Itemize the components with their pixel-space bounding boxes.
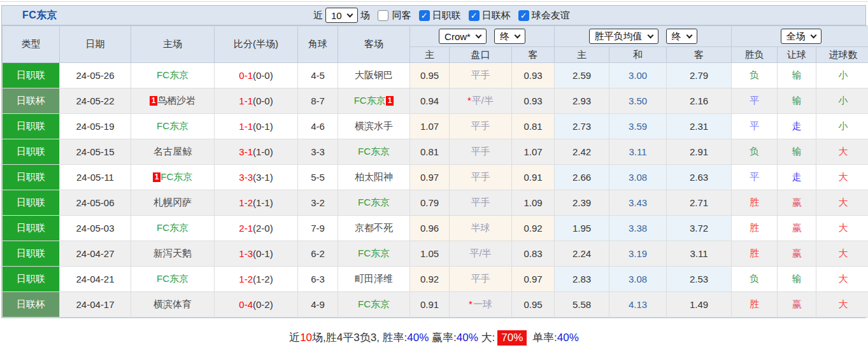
goals-cell: 大	[816, 267, 868, 292]
col-header-away: 客场	[338, 26, 410, 63]
sub-header-avg-home: 主	[555, 47, 609, 63]
fulltime-score: 1-2	[239, 197, 253, 208]
handicap-cell: *一球	[450, 292, 512, 318]
chevron-down-icon	[514, 32, 520, 38]
sub-header-goals: 进球数	[816, 47, 868, 63]
summary-footer: 近10场,胜4平3负3, 胜率:40% 赢率:40% 大:70% 单率:40%	[0, 325, 868, 350]
col-header-date: 日期	[60, 26, 131, 63]
avg-odds-select[interactable]: 胜平负均值	[589, 29, 658, 44]
score-cell: 1-1(0-1)	[215, 114, 298, 139]
avg-draw-odds-cell: 3.11	[609, 139, 667, 165]
result-cell: 平	[732, 88, 778, 114]
fulltime-score: 3-1	[239, 146, 253, 157]
date-cell: 24-04-27	[60, 241, 131, 267]
asterisk-marker: *	[469, 298, 473, 309]
halftime-score: (1-1)	[253, 197, 273, 208]
team-name: FC东京	[160, 171, 192, 182]
crow-away-odds-cell: 1.09	[512, 190, 555, 216]
handicap-text: 平/半	[472, 95, 494, 106]
recent-count-select[interactable]: 10	[325, 8, 358, 23]
corner-cell: 8-7	[298, 88, 338, 114]
away-team-cell: 大阪钢巴	[338, 63, 410, 88]
team-name: FC东京	[358, 146, 390, 157]
team-name: 新泻天鹅	[153, 248, 192, 258]
avg-away-odds-cell: 2.31	[667, 114, 732, 139]
handicap-text: 平手	[471, 69, 490, 80]
type-cell: 日联杯	[3, 292, 60, 318]
table-row: 日联杯24-05-221鸟栖沙岩1-1(0-0)8-7FC东京10.94*平/半…	[3, 88, 868, 114]
avg-away-odds-cell: 1.49	[667, 292, 732, 318]
type-cell: 日职联	[3, 267, 60, 292]
avg-away-odds-cell: 2.53	[667, 267, 732, 292]
handicap-text: 平手	[471, 273, 490, 284]
handicap-text: 平手	[471, 146, 490, 157]
crow-home-odds-cell: 0.95	[410, 63, 450, 88]
home-team-cell: 名古屋鲸	[131, 139, 215, 165]
crow-home-odds-cell: 0.79	[410, 190, 450, 216]
odds-company-select[interactable]: Crow*	[439, 29, 487, 44]
summary-segment: 单率:	[529, 330, 557, 345]
date-cell: 24-05-15	[60, 139, 131, 165]
handicap-text: 平/半	[469, 248, 491, 258]
handicap-cell: *平/半	[450, 88, 512, 114]
avg-odds-group-header: 胜平负均值 终	[555, 26, 732, 47]
goals-cell: 小	[816, 63, 868, 88]
checkbox-checked[interactable]: ✓	[419, 10, 430, 21]
halftime-score: (0-1)	[253, 121, 273, 132]
avg-home-odds-cell: 5.58	[555, 292, 609, 318]
handicap-result-cell: 输	[778, 267, 816, 292]
type-cell: 日联杯	[3, 88, 60, 114]
summary-segment: 近	[289, 330, 300, 345]
fulltime-score: 0-4	[239, 299, 253, 310]
goals-cell: 小	[816, 88, 868, 114]
checkbox-unchecked[interactable]	[378, 10, 388, 21]
avg-home-odds-cell: 2.66	[555, 165, 609, 190]
checkbox-checked[interactable]: ✓	[518, 10, 529, 21]
avg-draw-odds-cell: 3.08	[609, 267, 667, 292]
score-cell: 2-1(2-0)	[215, 216, 298, 241]
team-name: 札幌冈萨	[153, 197, 192, 207]
corner-cell: 3-3	[298, 139, 338, 165]
chevron-down-icon	[810, 32, 816, 38]
crow-home-odds-cell: 1.07	[410, 114, 450, 139]
team-name: FC东京	[358, 248, 390, 258]
home-team-cell: FC东京	[131, 267, 215, 292]
checkbox-checked[interactable]: ✓	[469, 10, 480, 21]
team-name: FC东京	[157, 222, 189, 233]
date-cell: 24-05-03	[60, 216, 131, 241]
away-team-cell: FC东京	[338, 292, 410, 318]
halftime-score: (2-0)	[253, 223, 273, 234]
avg-away-odds-cell: 2.16	[667, 88, 732, 114]
summary-segment: 40%	[457, 332, 478, 344]
date-cell: 24-04-21	[60, 267, 131, 292]
handicap-text: 平手	[471, 197, 490, 207]
team-name: 鸟栖沙岩	[157, 95, 196, 106]
type-cell: 日职联	[3, 139, 60, 165]
score-cell: 1-3(0-1)	[215, 241, 298, 267]
filter-controls: 近 10 场 同客✓日职联✓日联杯✓球会友谊	[311, 6, 573, 25]
type-cell: 日职联	[3, 165, 60, 190]
handicap-result-cell: 输	[778, 139, 816, 165]
odds-period-select[interactable]: 终	[494, 29, 525, 44]
crow-home-odds-cell: 0.81	[410, 139, 450, 165]
handicap-result-cell: 赢	[778, 241, 816, 267]
home-team-cell: 1FC东京	[131, 165, 215, 190]
date-cell: 24-05-06	[60, 190, 131, 216]
result-cell: 平	[732, 114, 778, 139]
goals-cell: 大	[816, 139, 868, 165]
score-cell: 3-1(1-0)	[215, 139, 298, 165]
avg-period-select[interactable]: 终	[666, 29, 697, 44]
home-team-cell: FC东京	[131, 63, 215, 88]
avg-away-odds-cell: 3.72	[667, 216, 732, 241]
handicap-cell: 平手	[450, 63, 512, 88]
away-team-cell: 柏太阳神	[338, 165, 410, 190]
avg-draw-odds-cell: 3.50	[609, 88, 667, 114]
score-cell: 0-4(0-2)	[215, 292, 298, 318]
handicap-cell: 半球	[450, 216, 512, 241]
fulltime-scope-select[interactable]: 全场	[781, 29, 822, 44]
away-team-cell: 京都不死	[338, 216, 410, 241]
home-team-cell: 新泻天鹅	[131, 241, 215, 267]
match-stats-panel: FC东京 近 10 场 同客✓日职联✓日联杯✓球会友谊 类型 日期 主场 比分(…	[1, 5, 866, 318]
handicap-cell: 平手	[450, 114, 512, 139]
date-cell: 24-04-17	[60, 292, 131, 318]
